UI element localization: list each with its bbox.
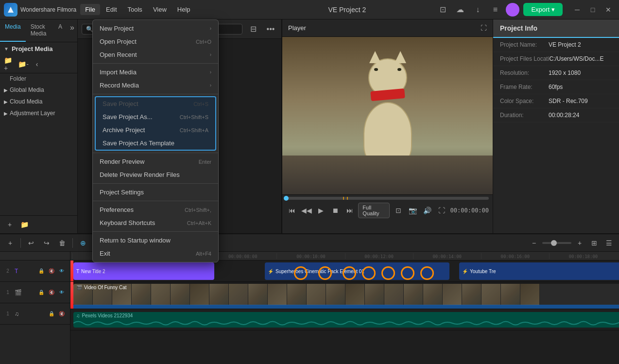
return-startup-label: Return to Startup window (100, 237, 171, 244)
quality-selector[interactable]: Full Quality (358, 203, 390, 218)
track-1-eye[interactable]: 👁 (57, 288, 66, 297)
tab-media[interactable]: Media (0, 19, 26, 42)
sidebar-item-global-media[interactable]: ▶ Global Media (0, 84, 77, 96)
track-2-mute[interactable]: 🔇 (47, 267, 56, 276)
track-2-eye[interactable]: 👁 (57, 267, 66, 276)
thumb-5 (171, 284, 190, 305)
step-back-button[interactable]: ◀◀ (301, 204, 312, 217)
menu-open-project[interactable]: Open Project Ctrl+O (93, 35, 218, 48)
menu-preferences[interactable]: Preferences Ctrl+Shift+, (93, 203, 218, 216)
layout-icon[interactable]: ⊡ (436, 3, 449, 17)
export-label: Export (531, 6, 550, 13)
project-media-section[interactable]: ▼ Project Media (0, 42, 77, 55)
menu-help[interactable]: Help (172, 4, 195, 15)
import-folder-button[interactable]: 📁 (18, 219, 30, 230)
add-folder-button[interactable]: 📁+ (4, 58, 16, 70)
info-value-name: VE Project 2 (549, 41, 581, 48)
undo-button[interactable]: ↩ (25, 237, 37, 249)
menu-divider-4 (93, 183, 218, 184)
add-track-button[interactable]: + (4, 237, 17, 249)
overflow-icon[interactable]: ≡ (488, 3, 502, 17)
menu-file[interactable]: File (80, 4, 100, 15)
download-icon[interactable]: ↓ (471, 3, 484, 17)
player-fullscreen-icon[interactable]: ⛶ (481, 24, 487, 32)
menu-record-media[interactable]: Record Media › (93, 79, 218, 92)
menu-new-project[interactable]: New Project › (93, 22, 218, 35)
progress-bar[interactable] (286, 197, 489, 200)
menu-project-settings[interactable]: Project Settings (93, 186, 218, 199)
menu-render-preview[interactable]: Render Preview Enter (93, 155, 218, 168)
zoom-slider[interactable] (542, 242, 571, 244)
folder-item[interactable]: Folder (0, 73, 77, 84)
grid-view-button[interactable]: ⊞ (588, 237, 601, 249)
track-1-lock[interactable]: 🔒 (37, 288, 46, 297)
thumb-strip (73, 284, 619, 305)
remove-button[interactable]: 📁- (17, 58, 29, 70)
thumb-8 (229, 284, 248, 305)
add-media-button[interactable]: + (4, 219, 16, 230)
export-button[interactable]: Export ▾ (523, 3, 563, 16)
sidebar-item-adjustment-layer[interactable]: ▶ Adjustment Layer (0, 107, 77, 119)
audio-clip[interactable]: ♫ Pexels Videos 2122934 (73, 312, 619, 328)
fullscreen-button[interactable]: ⛶ (436, 204, 447, 217)
tab-a[interactable]: A (53, 19, 67, 42)
save-cloud-icon[interactable]: ☁ (453, 3, 467, 17)
menu-tools[interactable]: Tools (123, 4, 147, 15)
filter-button[interactable]: ⊟ (246, 22, 260, 36)
title-clip[interactable]: T New Title 2 (73, 262, 214, 280)
thumb-12 (307, 284, 326, 305)
audio-lock[interactable]: 🔒 (47, 310, 56, 318)
menu-save-project[interactable]: Save Project Ctrl+S (96, 97, 215, 110)
tab-stock-media[interactable]: Stock Media (26, 19, 53, 42)
track-2-lock[interactable]: 🔒 (37, 267, 46, 276)
track-1-mute[interactable]: 🔇 (47, 288, 56, 297)
menu-exit[interactable]: Exit Alt+F4 (93, 247, 218, 260)
menu-edit[interactable]: Edit (101, 4, 121, 15)
snap-button[interactable]: ⊕ (77, 237, 89, 249)
skip-back-button[interactable]: ⏮ (286, 204, 298, 217)
circle-5 (381, 266, 395, 280)
minimize-button[interactable]: ─ (570, 3, 584, 17)
menu-save-template[interactable]: Save Project As Template (96, 137, 215, 150)
close-button[interactable]: ✕ (602, 3, 615, 17)
play-button[interactable]: ▶ (315, 204, 327, 217)
menu-archive-project[interactable]: Archive Project Ctrl+Shift+A (96, 123, 215, 137)
thumb-3 (132, 284, 151, 305)
list-view-button[interactable]: ☰ (602, 237, 615, 249)
audio-clip-icon: ♫ (76, 313, 80, 318)
menu-view[interactable]: View (148, 4, 172, 15)
effects-clip-1[interactable]: ⚡ Superheroes Cinematic Pack Element 01 (265, 262, 449, 280)
crop-button[interactable]: ⊡ (393, 204, 404, 217)
menu-keyboard-shortcuts[interactable]: Keyboard Shortcuts Ctrl+Alt+K (93, 216, 218, 229)
user-avatar[interactable] (506, 3, 519, 17)
stop-button[interactable]: ⏹ (329, 204, 341, 217)
more-options-button[interactable]: ••• (264, 22, 277, 36)
zoom-out-button[interactable]: − (528, 237, 540, 249)
info-row-framerate: Frame Rate: 60fps (493, 80, 619, 94)
volume-button[interactable]: 🔊 (421, 204, 433, 217)
tab-more-icon[interactable]: » (67, 19, 77, 42)
maximize-button[interactable]: □ (586, 3, 600, 17)
zoom-in-button[interactable]: + (573, 237, 586, 249)
menu-save-project-as[interactable]: Save Project As... Ctrl+Shift+S (96, 110, 215, 123)
thumb-4 (151, 284, 171, 305)
menu-delete-preview[interactable]: Delete Preview Render Files (93, 168, 218, 181)
panel-collapse-button[interactable]: ‹ (31, 58, 43, 70)
menu-open-recent[interactable]: Open Recent › (93, 48, 218, 61)
youtube-clip[interactable]: ⚡ Youtube Tre (459, 262, 619, 280)
snapshot-button[interactable]: 📷 (407, 204, 419, 217)
video-clip[interactable]: 🎬 Video Of Funny Cat (73, 284, 619, 305)
menu-return-startup[interactable]: Return to Startup window (93, 234, 218, 247)
info-value-location: C:/Users/WS/Doc...E (549, 55, 603, 62)
open-project-shortcut: Ctrl+O (196, 39, 211, 45)
delete-button[interactable]: 🗑 (56, 237, 69, 249)
track-labels: 2 T 🔒 🔇 👁 1 🎬 🔒 🔇 👁 1 (0, 252, 70, 364)
audio-mute[interactable]: 🔇 (57, 310, 66, 318)
thumb-9 (248, 284, 268, 305)
menu-import-media[interactable]: Import Media › (93, 66, 218, 79)
skip-forward-button[interactable]: ⏭ (344, 204, 356, 217)
save-project-label: Save Project (103, 100, 138, 107)
redo-button[interactable]: ↪ (40, 237, 53, 249)
sidebar-item-cloud-media[interactable]: ▶ Cloud Media (0, 96, 77, 107)
project-info-tab[interactable]: Project Info (493, 19, 619, 38)
